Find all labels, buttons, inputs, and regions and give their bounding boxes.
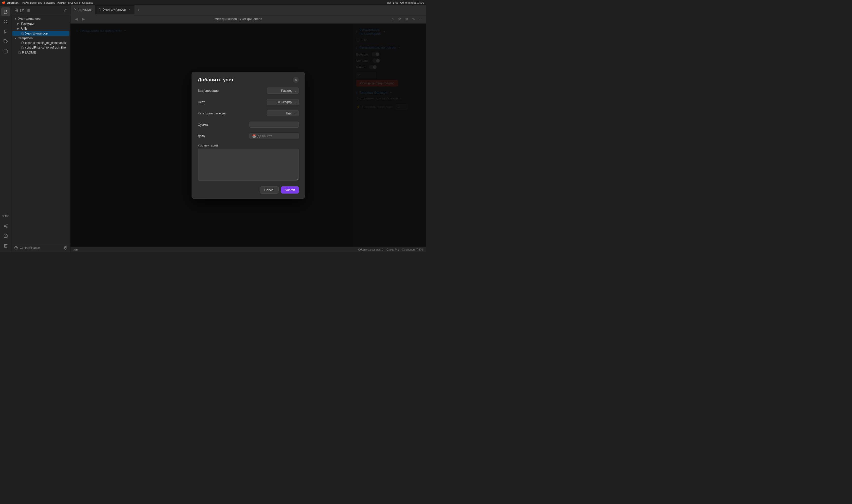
home-icon[interactable] [1, 231, 10, 240]
sidebar-file-control-commands[interactable]: controlFinance_for_commands [12, 41, 69, 45]
tab-readme[interactable]: README [71, 5, 95, 14]
status-plugin: зап [73, 248, 78, 251]
operation-type-row: Вид операции Расход Доход [198, 87, 299, 95]
trash-icon[interactable] [1, 241, 10, 250]
comment-label: Комментарий [198, 144, 299, 147]
modal-title: Добавить учет [198, 77, 234, 83]
file-icon [98, 8, 101, 11]
calendar-icon[interactable] [1, 47, 10, 56]
status-datetime: Сб, 9 ноябрь 14:09 [400, 1, 424, 4]
svg-line-11 [5, 225, 6, 226]
nav-bar: ◀ ▶ Учет финансов / Учет финансов ⌂ ⚙ ⧉ … [71, 14, 426, 24]
tabs-bar: README Учет финансов ✕ + [71, 5, 426, 14]
settings-nav-icon[interactable]: ⚙ [397, 16, 402, 22]
svg-point-7 [6, 224, 7, 226]
sidebar-footer: ControlFinance [11, 243, 70, 252]
home-nav-icon[interactable]: ⌂ [390, 16, 395, 22]
chevron-right-icon: ▶ [17, 22, 20, 25]
app-name-menu[interactable]: Obsidian [7, 1, 18, 4]
account-select-wrapper: Тинькофф Сбербанк Наличные [267, 99, 299, 105]
menu-view[interactable]: Вид [68, 1, 73, 4]
comment-section: Комментарий [198, 144, 299, 181]
category-select-wrapper: Еда Транспорт Развлечения [267, 110, 299, 116]
new-tab-button[interactable]: + [134, 5, 142, 14]
svg-line-22 [66, 9, 67, 10]
calendar-input-icon: 📅 [252, 134, 256, 138]
sidebar-file-uchet-finansov[interactable]: Учет финансов [12, 31, 69, 36]
status-backlinks: Обратных ссылок: 0 [358, 248, 384, 251]
category-label: Категория расхода [198, 111, 225, 115]
status-right: Обратных ссылок: 0 Слов: 741 Символов: 7… [358, 248, 423, 251]
graph-icon[interactable] [1, 221, 10, 230]
file-icon [21, 41, 24, 44]
sidebar-folder-templates[interactable]: ▼ Templates [12, 36, 69, 40]
menu-file[interactable]: Файл [22, 1, 29, 4]
account-label: Счет [198, 100, 205, 104]
status-battery: 17% [393, 1, 398, 4]
tab-uchet[interactable]: Учет финансов ✕ [95, 5, 134, 14]
sort-icon[interactable] [26, 8, 30, 12]
copy-nav-icon[interactable]: ⧉ [404, 16, 409, 22]
menu-help[interactable]: Справка [82, 1, 93, 4]
sidebar-file-readme[interactable]: README [12, 50, 69, 55]
file-icon [73, 8, 76, 11]
menu-insert[interactable]: Вставить [44, 1, 55, 4]
account-row: Счет Тинькофф Сбербанк Наличные [198, 98, 299, 106]
file-icon [18, 51, 21, 54]
breadcrumb: Учет финансов / Учет финансов [88, 17, 388, 21]
nav-back-button[interactable]: ◀ [73, 16, 79, 22]
operation-type-select[interactable]: Расход Доход [267, 88, 299, 94]
apple-logo[interactable]: 🍎 [2, 1, 5, 4]
edit-nav-icon[interactable]: ✎ [411, 16, 416, 22]
sidebar-folder-utils[interactable]: ▶ Utils [12, 26, 69, 31]
comment-textarea[interactable] [198, 149, 299, 181]
operation-type-label: Вид операции [198, 89, 219, 92]
submit-button[interactable]: Submit [281, 186, 299, 194]
modal-close-button[interactable]: ✕ [293, 77, 299, 83]
bookmarks-icon[interactable] [1, 27, 10, 36]
cancel-button[interactable]: Cancel [260, 186, 278, 194]
svg-point-8 [4, 226, 5, 227]
new-file-icon[interactable] [14, 8, 18, 12]
search-icon[interactable] [1, 17, 10, 26]
tab-close-icon[interactable]: ✕ [128, 8, 131, 11]
tags-icon[interactable] [1, 37, 10, 46]
chevron-down-icon: ▼ [14, 37, 17, 40]
amount-input[interactable] [250, 122, 299, 128]
svg-point-0 [4, 20, 7, 23]
menu-format[interactable]: Формат [57, 1, 66, 4]
amount-row: Сумма [198, 121, 299, 129]
modal-footer: Cancel Submit [192, 186, 305, 198]
help-icon[interactable] [14, 246, 18, 250]
sidebar-folder-uchet[interactable]: ▼ Учет финансов [12, 17, 69, 21]
file-icon [21, 46, 24, 49]
menu-window[interactable]: Окно [74, 1, 80, 4]
settings-icon[interactable] [64, 246, 67, 250]
svg-line-1 [6, 22, 7, 23]
svg-point-9 [6, 227, 7, 228]
category-select[interactable]: Еда Транспорт Развлечения [267, 110, 299, 116]
status-chars: Символов: 7 379 [402, 248, 423, 251]
activity-bar: </%> [0, 5, 11, 252]
more-nav-icon[interactable]: ··· [418, 16, 423, 22]
modal-body: Вид операции Расход Доход Счет [192, 87, 305, 186]
date-label: Дата [198, 134, 205, 138]
new-folder-icon[interactable] [20, 8, 24, 12]
sidebar-file-control-refresh[interactable]: controlFinance_to_refresh_filter [12, 46, 69, 50]
file-icon [21, 32, 24, 35]
menu-edit[interactable]: Изменить [30, 1, 42, 4]
collapse-icon[interactable] [64, 8, 67, 12]
nav-forward-button[interactable]: ▶ [81, 16, 86, 22]
operation-type-select-wrapper: Расход Доход [267, 88, 299, 94]
amount-label: Сумма [198, 123, 208, 126]
date-input[interactable] [257, 134, 294, 138]
code-icon[interactable]: </%> [1, 212, 10, 220]
svg-line-10 [5, 226, 6, 227]
status-locale: RU [387, 1, 391, 4]
account-select[interactable]: Тинькофф Сбербанк Наличные [267, 99, 299, 105]
file-tree: ▼ Учет финансов ▶ Расходы ▶ Utils Учет ф… [11, 15, 70, 243]
system-bar: 🍎 Obsidian Файл Изменить Вставить Формат… [0, 0, 426, 5]
modal-overlay: Добавить учет ✕ Вид операции Расход Дохо… [71, 24, 426, 247]
sidebar-folder-rashody[interactable]: ▶ Расходы [12, 21, 69, 26]
files-icon[interactable] [1, 7, 10, 16]
